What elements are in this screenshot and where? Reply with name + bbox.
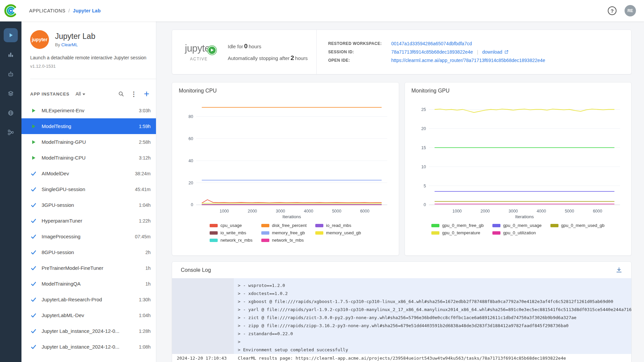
instance-duration: 1:22h: [139, 218, 151, 224]
app-instance-row[interactable]: AIModelDev38:24m: [21, 166, 156, 181]
app-instance-row[interactable]: MLExperiment-Env3:03h: [21, 103, 156, 118]
legend-item[interactable]: network_tx_mbs: [261, 238, 307, 243]
open-ide-link[interactable]: https://clearml.acme.ai/app_router/78a71…: [391, 58, 545, 63]
instance-name: 3GPU-session: [42, 202, 136, 208]
instances-search-button[interactable]: [116, 89, 126, 99]
session-id-value[interactable]: 78a71713f6914c85b68dec1893822e4e: [391, 49, 473, 55]
app-instance-row[interactable]: ImageProcessing07:45m: [21, 229, 156, 244]
legend-item[interactable]: io_write_mbs: [210, 230, 252, 235]
value-separator: |: [477, 49, 478, 55]
app-instance-row[interactable]: 3GPU-session1:04h: [21, 197, 156, 213]
console-log-line: >: [172, 338, 631, 346]
legend-item[interactable]: io_read_mbs: [315, 223, 361, 228]
svg-text:1000: 1000: [452, 209, 462, 214]
legend-item[interactable]: cpu_usage: [210, 223, 252, 228]
completed-check-icon: [30, 234, 37, 239]
legend-item[interactable]: gpu_0_utilization: [492, 230, 542, 235]
robot-icon: [7, 71, 14, 77]
app-instance-row[interactable]: ModelTraining-GPU2:58h: [21, 134, 156, 150]
app-instances-list: MLExperiment-Env3:03hModelTesting1:59hMo…: [21, 103, 156, 355]
app-version: v1.12.0-1531: [30, 64, 147, 69]
instance-name: SingleGPU-session: [42, 186, 132, 192]
instance-duration: 38:24m: [135, 171, 151, 176]
cpu-chart-title: Monitoring CPU: [179, 88, 392, 94]
instance-name: Jupyter Lab_instance_2024-12-0...: [42, 344, 136, 350]
app-instance-row[interactable]: JupyterLabML-Dev1:04h: [21, 307, 156, 323]
rail-item-pipelines[interactable]: [4, 125, 18, 139]
search-icon: [118, 91, 124, 97]
breadcrumb-applications[interactable]: APPLICATIONS: [29, 8, 65, 13]
jupyter-app-logo-text: jupyter: [32, 37, 48, 42]
svg-text:2000: 2000: [248, 209, 257, 214]
instance-name: ModelTraining-GPU: [42, 139, 136, 145]
completed-check-icon: [30, 345, 37, 349]
session-play-button[interactable]: [208, 46, 216, 55]
legend-item[interactable]: memory_used_gb: [315, 230, 361, 235]
legend-label: network_rx_mbs: [220, 238, 252, 243]
breadcrumb-current-page[interactable]: Jupyter Lab: [73, 8, 101, 13]
help-icon[interactable]: ?: [608, 6, 616, 15]
instance-duration: 45:41m: [135, 187, 151, 192]
app-instance-row[interactable]: ModelTesting1:59h: [21, 118, 156, 134]
legend-item[interactable]: gpu_0_mem_usage: [492, 223, 542, 228]
legend-item[interactable]: disk_free_percent: [261, 223, 307, 228]
globe-icon: [7, 110, 14, 116]
instances-filter-dropdown[interactable]: All: [75, 91, 85, 97]
app-instance-row[interactable]: Jupyter Lab_instance_2024-12-0...1:28h: [21, 323, 156, 339]
restored-workspace-value[interactable]: 00147a1d33594286a65074dbfbdfa7cd: [391, 41, 545, 46]
app-instance-row[interactable]: Jupyter Lab_instance_2024-12-0...1:08h: [21, 339, 156, 355]
legend-item[interactable]: gpu_0_temperature: [431, 230, 484, 235]
gpu-line-chart: 0510152025100020003000400050006000Iterat…: [412, 95, 625, 220]
legend-swatch: [492, 224, 500, 227]
app-instance-row[interactable]: JupyterLab-Research-Prod1:30h: [21, 292, 156, 307]
clearml-logo-icon[interactable]: [4, 4, 18, 18]
legend-item[interactable]: gpu_0_mem_used_gb: [550, 223, 604, 228]
status-card-divider: [316, 30, 317, 74]
app-instance-row[interactable]: HyperparamTuner1:22h: [21, 213, 156, 229]
rail-item-hyperdatasets[interactable]: [4, 106, 18, 120]
legend-swatch: [210, 231, 218, 235]
avatar[interactable]: RE: [625, 5, 636, 16]
completed-check-icon: [30, 282, 37, 286]
download-icon: [615, 266, 623, 274]
rail-item-automation[interactable]: [4, 67, 18, 81]
completed-check-icon: [30, 313, 37, 318]
monitoring-charts-row: Monitoring CPU 0204060801000200030004000…: [172, 82, 632, 256]
app-instance-row[interactable]: SingleGPU-session45:41m: [21, 181, 156, 197]
console-download-button[interactable]: [615, 266, 623, 274]
instances-menu-button[interactable]: ⋮: [129, 89, 139, 99]
restored-workspace-label: RESTORED WORKSPACE:: [328, 41, 386, 46]
instance-duration: 1h: [145, 265, 151, 271]
play-icon: [210, 48, 214, 52]
layers-icon: [7, 90, 14, 97]
app-instance-row[interactable]: 8GPU-session2h: [21, 244, 156, 260]
instance-duration: 1h: [145, 281, 151, 287]
session-download-link[interactable]: download: [482, 49, 508, 55]
svg-text:20: 20: [421, 126, 426, 131]
legend-item[interactable]: gpu_0_mem_free_gb: [431, 223, 484, 228]
instance-duration: 1:04h: [139, 202, 151, 208]
legend-item[interactable]: memory_free_gb: [261, 230, 307, 235]
add-instance-button[interactable]: +: [142, 89, 151, 99]
legend-swatch: [431, 224, 439, 227]
jupyter-status-logo-block: jupyter ACTIVE: [181, 43, 216, 61]
pipelines-icon: [7, 129, 14, 136]
clearml-byline-link[interactable]: ClearML: [61, 42, 78, 47]
svg-text:0: 0: [191, 202, 193, 207]
session-status-card: jupyter ACTIVE Idle for0hours Automatica…: [172, 29, 632, 74]
legend-label: disk_free_percent: [272, 223, 307, 228]
legend-swatch: [210, 239, 218, 242]
console-log-line: > - zict @ file:///rapids/zict-3.0.0-py2…: [172, 314, 631, 322]
rail-item-datasets[interactable]: [4, 86, 18, 101]
completed-check-icon: [30, 187, 37, 192]
legend-swatch: [492, 231, 500, 235]
rail-item-workers[interactable]: [4, 48, 18, 62]
app-instance-row[interactable]: ModelTraining-CPU3:12h: [21, 150, 156, 166]
running-play-icon: [30, 140, 37, 144]
rail-item-applications[interactable]: [4, 28, 18, 42]
legend-item[interactable]: network_rx_mbs: [210, 238, 252, 243]
app-instance-row[interactable]: PreTrainerModel-FineTuner1h: [21, 260, 156, 276]
app-instance-row[interactable]: ModelTrainingQA1h: [21, 276, 156, 292]
chevron-down-icon: [83, 94, 85, 95]
monitoring-cpu-card: Monitoring CPU 0204060801000200030004000…: [172, 82, 399, 256]
